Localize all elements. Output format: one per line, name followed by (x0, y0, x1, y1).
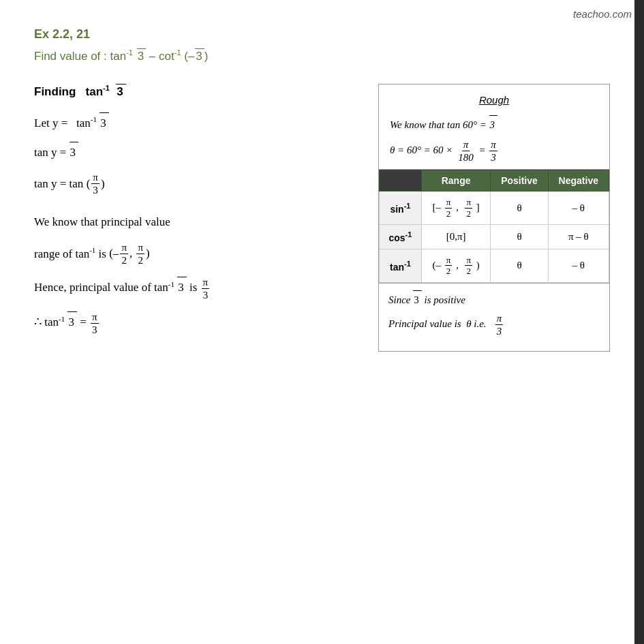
tan-positive: θ (491, 249, 548, 282)
sin-range: [– π 2 , π 2 ] (421, 191, 491, 225)
row-tan: tan-1 (380, 249, 422, 282)
step-2: tan y = 3 (34, 142, 365, 162)
step-4: We know that principal value (34, 213, 365, 231)
cos-negative: π – θ (548, 225, 609, 249)
since-line1: Since 3 is positive (388, 290, 600, 308)
step-5: range of tan-1 is (– π 2 , π 2 ) (34, 241, 365, 266)
step-7: ∴ tan-1 3 = π 3 (34, 311, 365, 336)
col-header-empty (380, 170, 422, 191)
tan-range: (– π 2 , π 2 ) (421, 249, 491, 282)
sin-positive: θ (491, 191, 548, 225)
sin-negative: – θ (548, 191, 609, 225)
reference-table: Range Positive Negative sin-1 [– π (379, 170, 609, 283)
row-cos: cos-1 (380, 225, 422, 249)
left-column: Finding tan-1 3 Let y = tan-1 3 tan y = … (34, 84, 365, 346)
step-6: Hence, principal value of tan-1 3 is π 3 (34, 276, 365, 301)
tan-negative: – θ (548, 249, 609, 282)
col-header-positive: Positive (491, 170, 548, 191)
rough-title: Rough (390, 94, 598, 106)
problem-statement: Find value of : tan-1 3 – cot-1 (–3) (34, 48, 610, 63)
cos-range: [0,π] (421, 225, 491, 249)
main-content: Finding tan-1 3 Let y = tan-1 3 tan y = … (34, 84, 610, 352)
cos-positive: θ (491, 225, 548, 249)
watermark-text: teachoo.com (573, 8, 632, 20)
col-header-range: Range (421, 170, 491, 191)
table-row: tan-1 (– π 2 , π 2 (380, 249, 609, 282)
right-column: Rough We know that tan 60° = 3 θ = 60° =… (378, 84, 610, 352)
step-1: Let y = tan-1 3 (34, 112, 365, 132)
since-box: Since 3 is positive Principal value is θ… (378, 283, 610, 352)
rough-line2: θ = 60° = 60 × π 180 = π 3 (390, 138, 598, 164)
rough-box: Rough We know that tan 60° = 3 θ = 60° =… (378, 84, 610, 170)
table-row: cos-1 [0,π] θ π – θ (380, 225, 609, 249)
reference-table-wrap: Range Positive Negative sin-1 [– π (378, 170, 610, 283)
table-row: sin-1 [– π 2 , π 2 (380, 191, 609, 225)
since-line2: Principal value is θ i.e. π 3 (388, 312, 600, 337)
page: teachoo.com Ex 2.2, 21 Find value of : t… (0, 0, 644, 372)
exercise-title: Ex 2.2, 21 (34, 27, 610, 42)
col-header-negative: Negative (548, 170, 609, 191)
row-sin: sin-1 (380, 191, 422, 225)
edge-bar (634, 0, 644, 644)
rough-line1: We know that tan 60° = 3 (390, 115, 598, 133)
section-heading: Finding tan-1 3 (34, 84, 365, 99)
step-3: tan y = tan ( π 3 ) (34, 171, 365, 196)
